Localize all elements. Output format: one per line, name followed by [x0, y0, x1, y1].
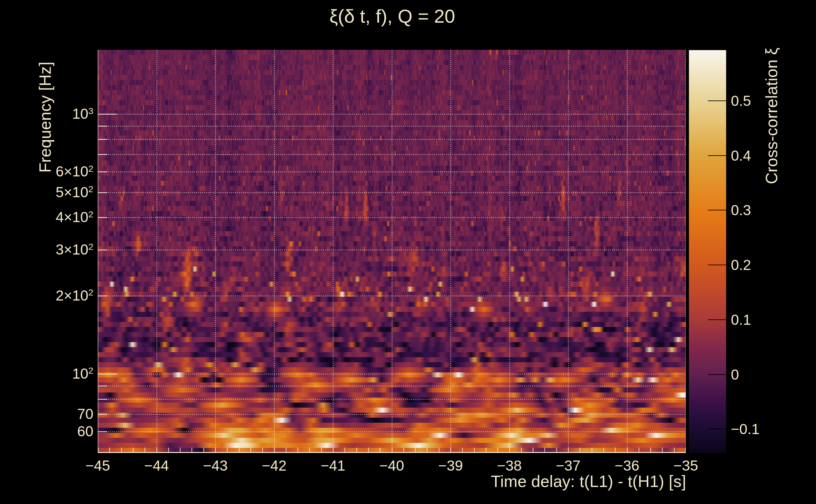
x-axis-title: Time delay: t(L1) - t(H1) [s] [491, 473, 686, 490]
x-tick-label: −39 [438, 458, 463, 473]
figure: ξ(δ t, f), Q = 20 Frequency [Hz] 1036×10… [0, 0, 816, 504]
x-tick-label: −43 [203, 458, 228, 473]
y-tick-label: 3×102 [56, 243, 93, 257]
y-tick-label: 5×102 [56, 185, 93, 199]
colorbar-tick-label: −0.1 [731, 422, 760, 436]
colorbar-tick-label: 0.2 [731, 258, 751, 272]
colorbar-tick [708, 100, 726, 101]
colorbar [689, 50, 726, 453]
y-axis-title: Frequency [Hz] [37, 62, 53, 173]
y-tick-label: 70 [77, 407, 93, 421]
colorbar-tick-label: 0.4 [731, 148, 751, 163]
x-tick-label: −40 [379, 458, 404, 473]
y-tick-label: 102 [72, 366, 93, 381]
x-tick-label: −45 [85, 458, 110, 473]
colorbar-tick [708, 210, 726, 210]
x-tick-label: −37 [556, 458, 580, 473]
colorbar-tick-label: 0.3 [731, 203, 751, 217]
x-tick-label: −38 [497, 458, 521, 473]
x-tick-label: −41 [321, 458, 345, 473]
colorbar-tick-label: 0 [731, 367, 739, 382]
colorbar-tick-label: 0.1 [731, 312, 751, 327]
heatmap-canvas [98, 50, 686, 453]
colorbar-tick [708, 374, 726, 375]
x-tick-label: −35 [674, 458, 698, 473]
y-tick-label: 60 [77, 424, 93, 438]
y-tick-label: 2×102 [56, 288, 93, 303]
colorbar-tick [708, 265, 726, 265]
x-tick-label: −44 [144, 458, 169, 473]
y-tick-label: 4×102 [56, 210, 93, 225]
y-tick-label: 6×102 [56, 164, 93, 179]
colorbar-tick [708, 429, 726, 429]
chart-title: ξ(δ t, f), Q = 20 [330, 7, 455, 26]
colorbar-tick [708, 155, 726, 156]
colorbar-tick-label: 0.5 [731, 94, 751, 108]
colorbar-title: Cross-correlation ξ [763, 48, 780, 184]
x-tick-label: −36 [615, 458, 639, 473]
y-tick-label: 103 [72, 106, 93, 121]
colorbar-tick [708, 319, 726, 320]
x-tick-label: −42 [262, 458, 286, 473]
